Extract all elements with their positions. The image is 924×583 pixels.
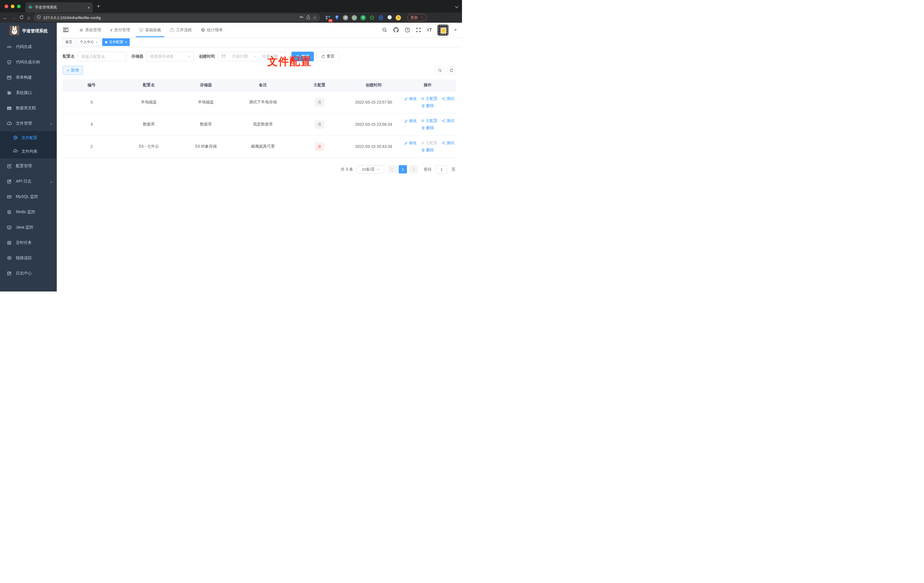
storage-label: 存储器 xyxy=(131,54,143,59)
test-link[interactable]: 测试 xyxy=(442,96,454,101)
master-config-link[interactable]: 主配置 xyxy=(421,96,437,101)
tab-close-icon[interactable]: × xyxy=(87,5,90,10)
start-date-placeholder[interactable]: 开始日期 xyxy=(228,54,252,59)
site-info-icon[interactable] xyxy=(37,15,41,20)
close-window-button[interactable] xyxy=(5,5,8,8)
tag-home[interactable]: 首页 xyxy=(63,38,75,46)
sidebar-item-scheduled-jobs[interactable]: 定时任务 xyxy=(0,235,57,250)
page-number-button[interactable]: 1 xyxy=(399,165,407,173)
page-size-select[interactable]: 10条/页 xyxy=(357,165,384,174)
extension-pin-icon[interactable] xyxy=(334,15,340,20)
delete-link[interactable]: 删除 xyxy=(421,148,434,153)
forward-icon[interactable]: → xyxy=(11,15,16,20)
github-icon[interactable] xyxy=(393,27,399,33)
sidebar-item-db-doc[interactable]: 数据库文档 xyxy=(0,101,57,116)
prev-page-button[interactable] xyxy=(388,165,396,173)
log-edit-icon xyxy=(7,271,12,276)
extension-tabs-icon[interactable]: 11 xyxy=(325,15,331,20)
sidebar-item-file-management[interactable]: 文件管理 xyxy=(0,116,57,131)
cell-remark: 我是数据库 xyxy=(235,113,292,135)
topnav-workflow[interactable]: 工作流程 xyxy=(167,23,195,37)
master-tag: 否 xyxy=(315,98,324,106)
toggle-search-button[interactable] xyxy=(435,66,444,75)
tab-search-chevron-icon[interactable] xyxy=(455,5,459,8)
browser-tab-bar: 芋道管理系统 × + xyxy=(0,0,462,13)
plus-icon: + xyxy=(67,68,69,73)
kebab-menu-icon[interactable]: ⋮ xyxy=(420,16,424,20)
password-key-icon[interactable] xyxy=(299,15,304,20)
edit-link[interactable]: 修改 xyxy=(404,140,417,145)
delete-link[interactable]: 删除 xyxy=(421,103,434,109)
chart-line-icon xyxy=(7,195,12,199)
sidebar-item-code-example[interactable]: 代码生成示例 xyxy=(0,55,57,70)
create-time-label: 创建时间 xyxy=(199,54,215,59)
new-tab-button[interactable]: + xyxy=(97,3,100,10)
topnav-system-management[interactable]: 系统管理 xyxy=(76,23,104,37)
master-config-link[interactable]: 主配置 xyxy=(421,118,437,124)
tag-profile[interactable]: 个人中心 × xyxy=(77,38,101,46)
topnav-payment-management[interactable]: ¥ 支付管理 xyxy=(107,23,134,37)
sidebar-item-config-management[interactable]: 配置管理 xyxy=(0,159,57,174)
delete-link[interactable]: 删除 xyxy=(421,126,434,130)
extension-y-icon[interactable]: Y xyxy=(360,15,366,20)
cell-id: 4 xyxy=(63,113,120,135)
extension-puzzle-icon[interactable] xyxy=(387,15,392,20)
font-size-icon[interactable]: ᴛT xyxy=(427,28,432,33)
active-dot xyxy=(105,41,107,43)
sidebar-item-java-monitor[interactable]: Java 监控 xyxy=(0,220,57,235)
shield-check-icon xyxy=(7,60,12,65)
extension-lens-icon[interactable] xyxy=(378,15,383,20)
extension-emoji-icon[interactable] xyxy=(396,15,401,20)
sidebar-item-file-list[interactable]: 文件列表 xyxy=(0,145,57,159)
sidebar-item-log-center[interactable]: 日志中心 xyxy=(0,266,57,281)
url-text: 127.0.0.1:1024/infra/file/file-config xyxy=(43,16,297,20)
sidebar-collapse-icon[interactable] xyxy=(57,28,73,32)
minimize-window-button[interactable] xyxy=(11,5,15,8)
page-jump-input[interactable] xyxy=(436,165,447,174)
refresh-button[interactable] xyxy=(447,66,456,75)
address-bar[interactable]: 127.0.0.1:1024/infra/file/file-config ☆ xyxy=(33,13,320,21)
extension-star-icon[interactable] xyxy=(369,15,375,20)
sidebar-item-code-generation[interactable]: </> 代码生成 xyxy=(0,39,57,55)
edit-link[interactable]: 修改 xyxy=(404,118,417,124)
sidebar-logo[interactable]: 芋道管理系统 xyxy=(0,23,57,39)
topnav-statistics[interactable]: 统计报表 xyxy=(198,23,226,37)
bookmark-star-icon[interactable]: ☆ xyxy=(313,15,317,20)
calendar-icon xyxy=(221,54,226,59)
sidebar-item-system-api[interactable]: 系统接口 xyxy=(0,85,57,101)
sidebar-item-redis-monitor[interactable]: Redis 监控 xyxy=(0,204,57,220)
sidebar-item-api-log[interactable]: API 日志 xyxy=(0,174,57,189)
sidebar-item-tracing[interactable]: 链路追踪 xyxy=(0,250,57,266)
close-icon[interactable]: × xyxy=(96,40,97,44)
edit-link[interactable]: 修改 xyxy=(404,96,417,101)
extension-command-icon[interactable]: ⌘ xyxy=(343,15,348,20)
topnav-infrastructure[interactable]: 基础设施 xyxy=(136,23,164,37)
sidebar-item-file-config[interactable]: 文件配置 xyxy=(0,131,57,145)
storage-select[interactable]: 请选择存储器 xyxy=(146,52,194,61)
browser-tab[interactable]: 芋道管理系统 × xyxy=(25,2,93,13)
add-button[interactable]: + 新增 xyxy=(63,66,83,74)
search-icon[interactable] xyxy=(382,27,387,33)
help-icon[interactable] xyxy=(405,27,410,33)
extension-recorder-icon[interactable] xyxy=(351,15,357,20)
share-icon[interactable] xyxy=(306,15,310,20)
sidebar-item-form-builder[interactable]: 表单构建 xyxy=(0,70,57,85)
chrome-update-button[interactable]: 更新 ⋮ xyxy=(407,14,427,21)
avatar-caret-icon[interactable] xyxy=(454,29,457,31)
window-controls xyxy=(0,5,25,8)
back-icon[interactable]: ← xyxy=(3,15,8,20)
reload-icon[interactable] xyxy=(19,15,24,20)
next-page-button[interactable] xyxy=(409,165,417,173)
home-icon[interactable]: ⌂ xyxy=(27,15,30,20)
reset-button[interactable]: 重置 xyxy=(317,52,339,61)
config-name-input[interactable] xyxy=(78,52,126,61)
fullscreen-icon[interactable] xyxy=(416,27,421,33)
close-icon[interactable]: × xyxy=(125,40,127,44)
test-link[interactable]: 测试 xyxy=(442,118,454,124)
tag-file-config[interactable]: 文件配置 × xyxy=(102,38,130,46)
zoom-window-button[interactable] xyxy=(17,5,21,8)
cell-id: 5 xyxy=(63,91,120,113)
sidebar-item-mysql-monitor[interactable]: MySQL 监控 xyxy=(0,189,57,204)
test-link[interactable]: 测试 xyxy=(442,140,454,145)
user-avatar[interactable] xyxy=(437,25,449,35)
